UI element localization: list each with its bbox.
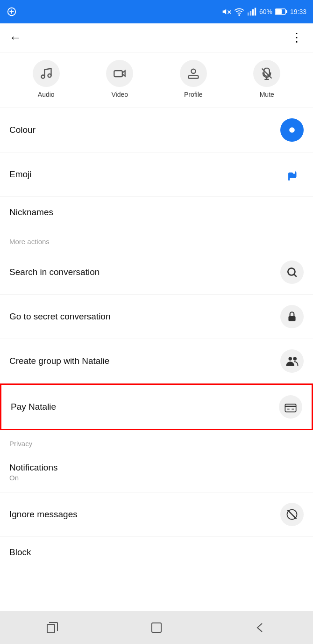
mute-label: Mute [260,91,274,98]
svg-rect-28 [285,404,296,412]
more-options-button[interactable]: ⋮ [291,30,304,45]
svg-point-14 [41,75,44,79]
audio-label: Audio [38,91,55,98]
search-conversation-row[interactable]: Search in conversation [0,250,313,295]
profile-icon [180,60,207,87]
search-icon [280,260,304,284]
svg-point-6 [239,14,240,15]
action-video[interactable]: Video [106,60,133,98]
create-group-label: Create group with Natalie [9,356,109,366]
svg-rect-10 [255,8,256,16]
svg-line-33 [288,510,297,519]
back-button[interactable]: ← [9,30,21,45]
video-icon [106,60,133,87]
audio-icon [33,60,60,87]
status-right: 60% 19:33 [222,7,306,17]
notifications-label: Notifications [9,463,304,473]
colour-icon [280,118,304,142]
svg-point-27 [293,357,297,361]
svg-rect-37 [152,623,161,632]
svg-point-23 [288,268,295,275]
svg-rect-9 [252,9,254,15]
ignore-messages-row[interactable]: Ignore messages [0,492,313,537]
action-profile[interactable]: Profile [180,60,207,98]
search-conversation-label: Search in conversation [9,267,100,277]
svg-marker-3 [223,9,227,14]
colour-row[interactable]: Colour [0,108,313,152]
ignore-messages-label: Ignore messages [9,509,78,520]
lock-icon [280,305,304,328]
mute-icon [253,60,280,87]
status-left [7,7,17,17]
quick-actions-row: Audio Video Profile [0,52,313,108]
home-button[interactable] [138,616,175,639]
emoji-label: Emoji [9,169,32,180]
pay-natalie-label: Pay Natalie [11,402,56,412]
pay-icon [279,395,302,419]
secret-conversation-row[interactable]: Go to secret conversation [0,295,313,339]
svg-line-24 [294,275,297,277]
battery-percent: 60% [259,8,272,15]
svg-rect-25 [288,316,295,321]
svg-point-15 [48,74,51,77]
bottom-nav [0,611,313,644]
profile-label: Profile [184,91,203,98]
nicknames-row[interactable]: Nicknames [0,197,313,228]
video-label: Video [111,91,128,98]
app-bar: ← ⋮ [0,23,313,52]
signal-icon [247,7,256,16]
svg-rect-8 [250,11,251,15]
block-row[interactable]: Block [0,537,313,568]
action-mute[interactable]: Mute [253,60,280,98]
svg-point-22 [289,127,295,133]
time: 19:33 [290,8,306,15]
create-group-row[interactable]: Create group with Natalie [0,339,313,384]
svg-rect-18 [188,76,198,79]
phone-icon [7,7,17,17]
svg-rect-13 [286,10,287,13]
notifications-row[interactable]: Notifications On [0,452,313,492]
pay-natalie-row[interactable]: Pay Natalie [0,384,313,430]
privacy-header: Privacy [0,430,313,452]
svg-point-26 [289,357,292,361]
svg-point-17 [191,69,195,73]
notifications-status: On [9,474,304,482]
recent-apps-button[interactable] [34,616,71,639]
status-bar: 60% 19:33 [0,0,313,23]
svg-rect-16 [114,71,123,77]
more-actions-header: More actions [0,228,313,250]
action-audio[interactable]: Audio [33,60,60,98]
emoji-row[interactable]: Emoji [0,152,313,197]
battery-icon [275,8,287,15]
ignore-icon [280,503,304,526]
block-label: Block [9,547,31,557]
mute-icon [222,7,231,16]
nicknames-label: Nicknames [9,207,53,217]
back-nav-button[interactable] [242,616,279,639]
svg-rect-34 [47,624,55,633]
wifi-icon [234,7,244,17]
svg-rect-7 [248,13,249,16]
group-icon [280,349,304,373]
colour-label: Colour [9,125,36,135]
emoji-icon [280,163,304,186]
svg-rect-12 [276,9,282,14]
secret-conversation-label: Go to secret conversation [9,311,111,322]
